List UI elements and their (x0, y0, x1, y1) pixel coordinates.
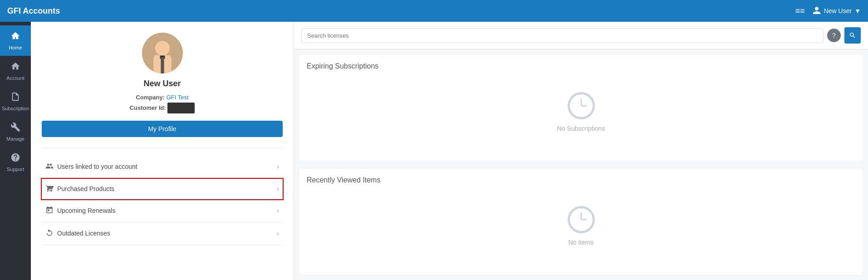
menu-item-outdated-licenses[interactable]: Outdated Licenses › (42, 222, 283, 245)
top-header: GFI Accounts ≡≡ New User ▼ (0, 0, 868, 22)
recently-viewed-title: Recently Viewed Items (307, 176, 855, 184)
subscription-icon (10, 92, 20, 104)
company-value[interactable]: GFI Test (167, 94, 189, 101)
no-subscriptions-text: No Subscriptions (557, 125, 605, 132)
svg-point-0 (15, 34, 16, 35)
no-items-text: No Items (568, 239, 593, 246)
company-label: Company: (136, 94, 165, 101)
user-icon (812, 6, 821, 16)
expiring-subscriptions-panel: Expiring Subscriptions No Subscriptions (299, 55, 863, 161)
recently-viewed-panel: Recently Viewed Items No Items (299, 169, 863, 275)
header-user-label: New User (824, 7, 852, 15)
home-icon (10, 31, 20, 43)
profile-details: Company: GFI Test Customer Id: (130, 92, 195, 113)
svg-point-2 (155, 41, 169, 55)
expiring-subscriptions-title: Expiring Subscriptions (307, 62, 855, 70)
upcoming-renewals-label: Upcoming Renewals (57, 207, 115, 214)
users-linked-label: Users linked to your account (57, 163, 137, 170)
sidebar-support-label: Support (7, 167, 25, 172)
upcoming-renewals-chevron: › (277, 207, 279, 214)
svg-rect-6 (161, 57, 164, 74)
sidebar-item-manage[interactable]: Manage (0, 117, 31, 147)
outdated-licenses-chevron: › (277, 230, 279, 237)
sidebar-home-label: Home (9, 45, 22, 50)
menu-item-users-linked[interactable]: Users linked to your account › (42, 156, 283, 178)
sidebar-item-account[interactable]: Account (0, 56, 31, 86)
purchased-products-label: Purchased Products (57, 185, 114, 192)
search-input[interactable] (301, 28, 824, 43)
no-items-state: No Items (307, 192, 855, 260)
no-items-icon (568, 206, 595, 233)
profile-username: New User (143, 79, 181, 88)
grid-icon[interactable]: ≡≡ (795, 6, 805, 16)
sidebar-item-subscription[interactable]: Subscription (0, 86, 31, 117)
upcoming-renewals-icon (45, 206, 54, 216)
search-bar-container: ? (294, 22, 868, 49)
profile-section: New User Company: GFI Test Customer Id: … (42, 33, 283, 148)
sidebar-manage-label: Manage (6, 136, 25, 142)
avatar (142, 33, 183, 74)
right-panel: ? Expiring Subscriptions No Subscription… (294, 22, 868, 280)
account-icon (10, 61, 20, 74)
menu-item-purchased-products[interactable]: Purchased Products › (41, 178, 284, 200)
search-button[interactable] (844, 27, 861, 44)
users-linked-icon (45, 162, 54, 172)
app-logo: GFI Accounts (7, 6, 60, 16)
sidebar-subscription-label: Subscription (2, 106, 29, 111)
header-right: ≡≡ New User ▼ (795, 6, 861, 16)
no-subscriptions-state: No Subscriptions (307, 78, 855, 147)
sidebar: Home Account Subscription Manage Support (0, 22, 31, 280)
outdated-licenses-icon (45, 229, 54, 238)
main-layout: Home Account Subscription Manage Support (0, 22, 868, 280)
support-icon (10, 152, 20, 165)
sidebar-item-home[interactable]: Home (0, 25, 31, 56)
menu-item-upcoming-renewals[interactable]: Upcoming Renewals › (42, 200, 283, 222)
purchased-products-icon (45, 184, 54, 194)
search-help-button[interactable]: ? (827, 29, 841, 42)
header-dropdown-arrow: ▼ (854, 7, 861, 15)
menu-list: Users linked to your account › Purchased… (42, 156, 283, 245)
no-subscriptions-icon (568, 92, 595, 119)
manage-icon (10, 122, 20, 134)
customer-id-label: Customer Id: (130, 104, 166, 111)
sidebar-item-support[interactable]: Support (0, 147, 31, 177)
content-area: New User Company: GFI Test Customer Id: … (31, 22, 868, 280)
left-panel: New User Company: GFI Test Customer Id: … (31, 22, 294, 280)
sidebar-account-label: Account (6, 75, 25, 81)
my-profile-button[interactable]: My Profile (42, 121, 283, 137)
purchased-products-chevron: › (277, 185, 279, 192)
users-linked-chevron: › (277, 163, 279, 170)
customer-id-value (167, 103, 195, 113)
user-menu[interactable]: New User ▼ (812, 6, 861, 16)
outdated-licenses-label: Outdated Licenses (57, 230, 110, 237)
